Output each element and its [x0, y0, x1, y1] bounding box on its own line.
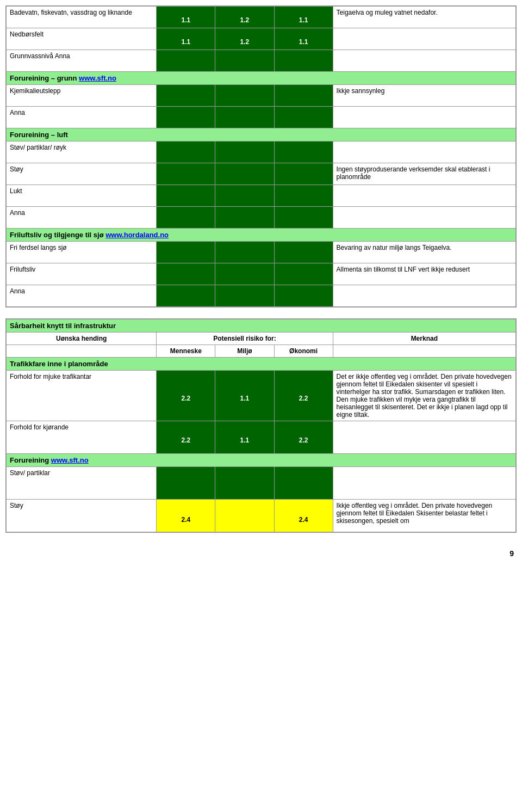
score-col2: [215, 107, 274, 128]
row-label: Forhold for kjørande: [7, 421, 157, 454]
menneske-cell: [157, 467, 215, 500]
row-label: Støy: [7, 500, 157, 532]
row-label: Lukt: [7, 185, 157, 207]
score-col1: [157, 263, 215, 285]
score-col2: [215, 163, 274, 185]
score-col2: 1.2: [215, 28, 274, 50]
table-row: Badevatn, fiskevatn, vassdrag og liknand…: [7, 7, 516, 28]
score-col2: [215, 50, 274, 72]
okonomi-cell: [274, 467, 333, 500]
table-row: StøyIngen støyproduserande verksemder sk…: [7, 163, 516, 185]
score-col1: [157, 107, 215, 128]
score-col3: [274, 263, 333, 285]
score-col1: [157, 285, 215, 307]
bottom-sub-header-row: Menneske Miljø Økonomi: [7, 345, 516, 358]
miljo-cell: [215, 467, 274, 500]
table-row: Nedbørsfelt1.11.21.1: [7, 28, 516, 50]
merknad-cell: [333, 421, 515, 454]
merknad-cell: Ingen støyproduserande verksemder skal e…: [333, 163, 515, 185]
link[interactable]: www.hordaland.no: [105, 231, 169, 239]
menneske-cell: 2.2: [157, 371, 215, 421]
col-okonomi: Økonomi: [274, 345, 333, 358]
score-col2: [215, 285, 274, 307]
score-col2: [215, 242, 274, 263]
score-col1: 1.1: [157, 28, 215, 50]
bottom-section-header-row: Trafikkfare inne i planområde: [7, 358, 516, 371]
row-label: Anna: [7, 285, 157, 307]
menneske-cell: 2.2: [157, 421, 215, 454]
score-col2: [215, 142, 274, 163]
top-section: Badevatn, fiskevatn, vassdrag og liknand…: [5, 5, 517, 307]
miljo-cell: 1.1: [215, 371, 274, 421]
table-row: Støv/ partiklar: [7, 467, 516, 500]
section-header-row: Friluftsliv og tilgjenge til sjø www.hor…: [7, 229, 516, 242]
merknad-cell: [333, 107, 515, 128]
table-row: Anna: [7, 107, 516, 128]
page-number: 9: [5, 544, 517, 563]
link[interactable]: www.sft.no: [79, 74, 116, 82]
table-row: Anna: [7, 207, 516, 229]
merknad-cell: [333, 285, 515, 307]
score-col3: [274, 85, 333, 107]
score-col3: 1.1: [274, 28, 333, 50]
table-row: Støv/ partiklar/ røyk: [7, 142, 516, 163]
table-row: FriluftslivAllmenta sin tilkomst til LNF…: [7, 263, 516, 285]
bottom-section-header-row: Forureining www.sft.no: [7, 454, 516, 467]
menneske-cell: 2.4: [157, 500, 215, 532]
score-col2: [215, 185, 274, 207]
score-col3: [274, 207, 333, 229]
okonomi-cell: 2.2: [274, 371, 333, 421]
col-miljo: Miljø: [215, 345, 274, 358]
miljo-cell: [215, 500, 274, 532]
table-row: KjemikalieutsleppIkkje sannsynleg: [7, 85, 516, 107]
score-col1: [157, 185, 215, 207]
col-potensiell: Potensiell risiko for:: [157, 333, 333, 345]
row-label: Støy: [7, 163, 157, 185]
link[interactable]: www.sft.no: [51, 456, 89, 464]
score-col1: [157, 50, 215, 72]
score-col3: [274, 242, 333, 263]
score-col1: [157, 207, 215, 229]
score-col1: [157, 85, 215, 107]
score-col3: 1.1: [274, 7, 333, 28]
merknad-cell: Ikkje offentleg veg i området. Den priva…: [333, 500, 515, 532]
merknad-cell: [333, 467, 515, 500]
merknad-cell: [333, 28, 515, 50]
row-label: Fri ferdsel langs sjø: [7, 242, 157, 263]
section-header-row: Forureining – grunn www.sft.no: [7, 72, 516, 85]
score-col2: [215, 207, 274, 229]
row-label: Grunnvassnivå Anna: [7, 50, 157, 72]
score-col2: [215, 85, 274, 107]
merknad-cell: Allmenta sin tilkomst til LNF vert ikkje…: [333, 263, 515, 285]
score-col3: [274, 107, 333, 128]
col-merknad-header: Merknad: [333, 333, 515, 345]
score-col1: 1.1: [157, 7, 215, 28]
score-col3: [274, 50, 333, 72]
col-uonska: Uønska hending: [7, 333, 157, 345]
section-header-row: Forureining – luft: [7, 128, 516, 142]
bottom-col-header-row: Uønska hending Potensiell risiko for: Me…: [7, 333, 516, 345]
merknad-cell: [333, 207, 515, 229]
row-label: Forhold for mjuke trafikantar: [7, 371, 157, 421]
row-label: Støv/ partiklar: [7, 467, 157, 500]
bottom-section: Sårbarheit knytt til infrastruktur Uønsk…: [5, 318, 517, 533]
row-label: Badevatn, fiskevatn, vassdrag og liknand…: [7, 7, 157, 28]
score-col1: [157, 163, 215, 185]
row-label: Friluftsliv: [7, 263, 157, 285]
top-table: Badevatn, fiskevatn, vassdrag og liknand…: [6, 6, 516, 307]
miljo-cell: 1.1: [215, 421, 274, 454]
bottom-main-header: Sårbarheit knytt til infrastruktur: [7, 319, 516, 333]
score-col2: 1.2: [215, 7, 274, 28]
row-label: Nedbørsfelt: [7, 28, 157, 50]
table-row: Anna: [7, 285, 516, 307]
merknad-cell: Bevaring av natur miljø langs Teigaelva.: [333, 242, 515, 263]
row-label: Anna: [7, 107, 157, 128]
table-row: Forhold for kjørande2.21.12.2: [7, 421, 516, 454]
score-col3: [274, 285, 333, 307]
table-row: Grunnvassnivå Anna: [7, 50, 516, 72]
score-col3: [274, 163, 333, 185]
okonomi-cell: 2.2: [274, 421, 333, 454]
okonomi-cell: 2.4: [274, 500, 333, 532]
score-col3: [274, 142, 333, 163]
row-label: Kjemikalieutslepp: [7, 85, 157, 107]
